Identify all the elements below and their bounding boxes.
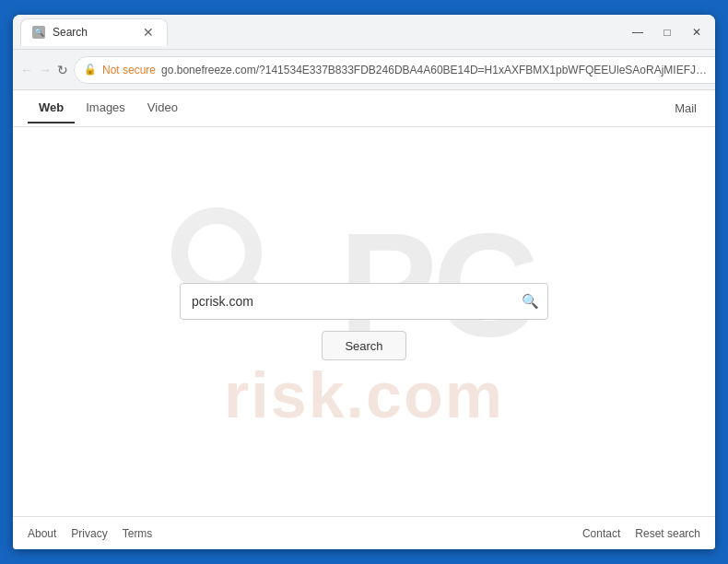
- security-label: Not secure: [102, 64, 156, 76]
- search-input[interactable]: [180, 283, 548, 320]
- footer-terms-link[interactable]: Terms: [123, 527, 153, 540]
- browser-window: 🔍 Search ✕ — □ ✕ ← → ↻ 🔓 Not secure go.b…: [13, 15, 715, 549]
- browser-tab[interactable]: 🔍 Search ✕: [20, 18, 168, 46]
- search-container: 🔍 Search: [180, 283, 548, 360]
- back-button[interactable]: ←: [20, 57, 33, 83]
- maximize-button[interactable]: □: [656, 23, 678, 41]
- minimize-button[interactable]: —: [627, 23, 649, 41]
- close-button[interactable]: ✕: [686, 23, 708, 41]
- address-actions: ☆ ⋮: [713, 59, 715, 81]
- footer-right: Contact Reset search: [582, 527, 700, 540]
- watermark-risk-text: risk.com: [224, 358, 504, 432]
- security-icon: 🔓: [84, 64, 97, 76]
- url-text: go.bonefreeze.com/?141534E337B833FDB246D…: [161, 64, 708, 76]
- tab-favicon: 🔍: [32, 26, 45, 39]
- tab-images[interactable]: Images: [75, 93, 136, 123]
- window-controls: — □ ✕: [627, 23, 708, 41]
- footer-privacy-link[interactable]: Privacy: [71, 527, 107, 540]
- title-bar: 🔍 Search ✕ — □ ✕: [13, 15, 715, 50]
- address-bar[interactable]: 🔓 Not secure go.bonefreeze.com/?141534E3…: [74, 56, 715, 84]
- tab-close-button[interactable]: ✕: [141, 25, 156, 40]
- bookmark-button[interactable]: ☆: [713, 59, 715, 81]
- footer: About Privacy Terms Contact Reset search: [13, 516, 715, 549]
- nav-tabs: Web Images Video Mail: [13, 90, 715, 127]
- forward-button[interactable]: →: [39, 57, 52, 83]
- svg-point-0: [180, 216, 253, 289]
- toolbar: ← → ↻ 🔓 Not secure go.bonefreeze.com/?14…: [13, 50, 715, 90]
- footer-contact-link[interactable]: Contact: [582, 527, 620, 540]
- tab-title: Search: [53, 26, 88, 39]
- tab-video[interactable]: Video: [136, 93, 189, 123]
- search-input-wrapper: 🔍: [180, 283, 548, 320]
- footer-reset-search-link[interactable]: Reset search: [635, 527, 700, 540]
- main-content: PC risk.com 🔍 Search: [13, 127, 715, 516]
- tab-web[interactable]: Web: [28, 93, 75, 123]
- search-button[interactable]: Search: [322, 331, 405, 360]
- footer-about-link[interactable]: About: [28, 527, 56, 540]
- mail-link[interactable]: Mail: [671, 94, 700, 123]
- reload-button[interactable]: ↻: [57, 57, 68, 83]
